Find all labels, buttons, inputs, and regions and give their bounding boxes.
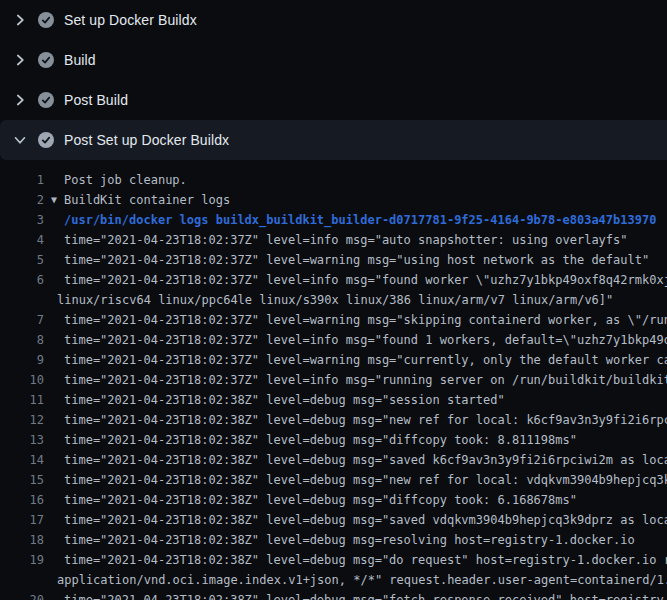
- log-text: time="2021-04-23T18:02:38Z" level=debug …: [64, 410, 667, 430]
- log-text: time="2021-04-23T18:02:38Z" level=debug …: [64, 430, 577, 450]
- triangle-down-icon: ▼: [51, 190, 57, 210]
- chevron-right-icon: [12, 92, 28, 108]
- log-line-number[interactable]: 12: [0, 410, 44, 430]
- step-header-build[interactable]: Build: [0, 40, 667, 80]
- step-header-set-up-docker-buildx[interactable]: Set up Docker Buildx: [0, 0, 667, 40]
- log-line: 10time="2021-04-23T18:02:37Z" level=info…: [0, 370, 667, 390]
- log-text: time="2021-04-23T18:02:37Z" level=warnin…: [64, 250, 649, 270]
- log-text: time="2021-04-23T18:02:38Z" level=debug …: [64, 490, 577, 510]
- log-panel: 1Post job cleanup.2▼BuildKit container l…: [0, 160, 667, 600]
- log-text: time="2021-04-23T18:02:38Z" level=debug …: [64, 550, 667, 570]
- log-text: time="2021-04-23T18:02:37Z" level=info m…: [64, 230, 628, 250]
- log-line: 3/usr/bin/docker logs buildx_buildkit_bu…: [0, 210, 667, 230]
- log-line: 11time="2021-04-23T18:02:38Z" level=debu…: [0, 390, 667, 410]
- step-title: Build: [64, 52, 96, 68]
- step-title: Post Build: [64, 92, 128, 108]
- log-line: 6time="2021-04-23T18:02:37Z" level=info …: [0, 270, 667, 290]
- log-line-number[interactable]: 2: [0, 190, 44, 210]
- log-text: time="2021-04-23T18:02:38Z" level=debug …: [64, 530, 635, 550]
- check-circle-icon: [38, 132, 54, 148]
- log-line: 2▼BuildKit container logs: [0, 190, 667, 210]
- log-line: 7time="2021-04-23T18:02:37Z" level=warni…: [0, 310, 667, 330]
- log-line: 12time="2021-04-23T18:02:38Z" level=debu…: [0, 410, 667, 430]
- log-line: 19time="2021-04-23T18:02:38Z" level=debu…: [0, 550, 667, 570]
- log-line: 18time="2021-04-23T18:02:38Z" level=debu…: [0, 530, 667, 550]
- log-text: time="2021-04-23T18:02:37Z" level=warnin…: [64, 310, 667, 330]
- log-line-number[interactable]: 19: [0, 550, 44, 570]
- chevron-down-icon: [12, 132, 28, 148]
- log-text: application/vnd.oci.image.index.v1+json,…: [57, 570, 667, 590]
- log-line-number[interactable]: 4: [0, 230, 44, 250]
- step-title: Set up Docker Buildx: [64, 12, 197, 28]
- check-circle-icon: [38, 52, 54, 68]
- log-text: time="2021-04-23T18:02:38Z" level=debug …: [64, 510, 667, 530]
- log-line: 8time="2021-04-23T18:02:37Z" level=info …: [0, 330, 667, 350]
- log-line: 9time="2021-04-23T18:02:37Z" level=warni…: [0, 350, 667, 370]
- log-line: 16time="2021-04-23T18:02:38Z" level=debu…: [0, 490, 667, 510]
- job-log-viewer: Set up Docker BuildxBuildPost BuildPost …: [0, 0, 667, 600]
- log-line: 13time="2021-04-23T18:02:38Z" level=debu…: [0, 430, 667, 450]
- log-text: time="2021-04-23T18:02:38Z" level=debug …: [64, 390, 505, 410]
- log-text: time="2021-04-23T18:02:38Z" level=debug …: [64, 450, 667, 470]
- log-line: 14time="2021-04-23T18:02:38Z" level=debu…: [0, 450, 667, 470]
- log-text: time="2021-04-23T18:02:37Z" level=info m…: [64, 330, 667, 350]
- log-line: 4time="2021-04-23T18:02:37Z" level=info …: [0, 230, 667, 250]
- log-line-wrap: linux/riscv64 linux/ppc64le linux/s390x …: [0, 290, 667, 310]
- log-line-number[interactable]: 11: [0, 390, 44, 410]
- check-circle-icon: [38, 92, 54, 108]
- log-line-number[interactable]: 9: [0, 350, 44, 370]
- log-text: time="2021-04-23T18:02:37Z" level=warnin…: [64, 350, 667, 370]
- log-text: time="2021-04-23T18:02:38Z" level=debug …: [64, 470, 667, 490]
- log-line-number[interactable]: 13: [0, 430, 44, 450]
- log-line-number[interactable]: 7: [0, 310, 44, 330]
- log-line-number[interactable]: 6: [0, 270, 44, 290]
- chevron-right-icon: [12, 12, 28, 28]
- step-title: Post Set up Docker Buildx: [64, 132, 229, 148]
- log-line-number[interactable]: 5: [0, 250, 44, 270]
- log-line-number[interactable]: 16: [0, 490, 44, 510]
- log-text: time="2021-04-23T18:02:38Z" level=debug …: [64, 590, 667, 600]
- check-circle-icon: [38, 12, 54, 28]
- log-text: Post job cleanup.: [64, 170, 187, 190]
- log-line-number[interactable]: 20: [0, 590, 44, 600]
- log-line-number[interactable]: 8: [0, 330, 44, 350]
- log-line-wrap: application/vnd.oci.image.index.v1+json,…: [0, 570, 667, 590]
- log-line-number[interactable]: 14: [0, 450, 44, 470]
- log-text: linux/riscv64 linux/ppc64le linux/s390x …: [57, 290, 613, 310]
- log-text: time="2021-04-23T18:02:37Z" level=info m…: [64, 370, 667, 390]
- log-group-toggle[interactable]: ▼BuildKit container logs: [64, 190, 230, 210]
- chevron-right-icon: [12, 52, 28, 68]
- log-line-number[interactable]: 3: [0, 210, 44, 230]
- step-header-post-set-up-docker-buildx[interactable]: Post Set up Docker Buildx: [0, 120, 667, 160]
- steps-list: Set up Docker BuildxBuildPost BuildPost …: [0, 0, 667, 600]
- log-line-number[interactable]: 17: [0, 510, 44, 530]
- log-line-number[interactable]: 1: [0, 170, 44, 190]
- log-command-text: /usr/bin/docker logs buildx_buildkit_bui…: [64, 210, 656, 230]
- log-text: time="2021-04-23T18:02:37Z" level=info m…: [64, 270, 667, 290]
- log-line: 1Post job cleanup.: [0, 170, 667, 190]
- log-line: 17time="2021-04-23T18:02:38Z" level=debu…: [0, 510, 667, 530]
- log-line-number[interactable]: 18: [0, 530, 44, 550]
- log-line: 15time="2021-04-23T18:02:38Z" level=debu…: [0, 470, 667, 490]
- step-header-post-build[interactable]: Post Build: [0, 80, 667, 120]
- log-line-number[interactable]: 15: [0, 470, 44, 490]
- log-line: 5time="2021-04-23T18:02:37Z" level=warni…: [0, 250, 667, 270]
- log-line-number[interactable]: 10: [0, 370, 44, 390]
- log-line: 20time="2021-04-23T18:02:38Z" level=debu…: [0, 590, 667, 600]
